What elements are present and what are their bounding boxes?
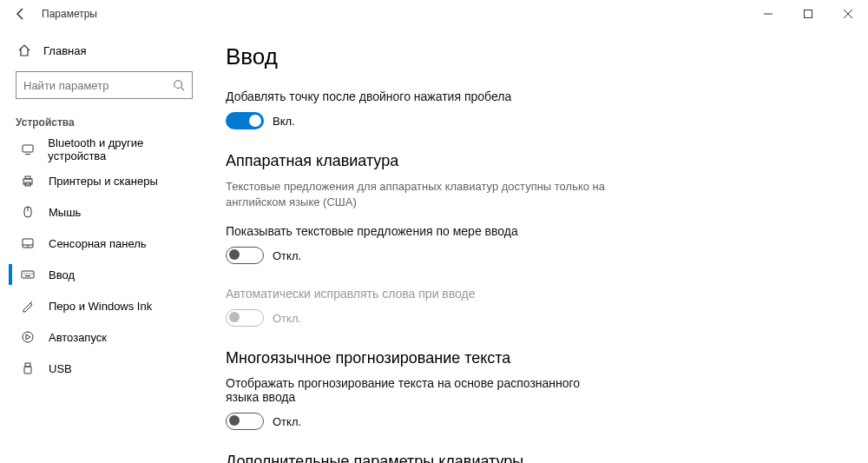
nav-printers[interactable]: Принтеры и сканеры (9, 165, 200, 196)
nav-autoplay[interactable]: Автозапуск (9, 321, 200, 353)
nav-label: Bluetooth и другие устройства (36, 136, 200, 162)
titlebar: Параметры (0, 0, 868, 28)
svg-rect-5 (25, 154, 30, 155)
home-link[interactable]: Главная (9, 35, 200, 66)
svg-point-18 (31, 273, 32, 274)
svg-rect-21 (25, 363, 30, 367)
search-input[interactable] (23, 79, 173, 92)
nav-typing[interactable]: Ввод (9, 259, 200, 290)
nav-label: Принтеры и сканеры (36, 175, 158, 188)
nav-label: Перо и Windows Ink (36, 300, 152, 313)
nav-label: USB (36, 362, 72, 375)
nav-label: Сенсорная панель (36, 237, 147, 250)
svg-point-15 (23, 273, 24, 274)
toggle-period-after-space[interactable] (226, 112, 264, 129)
bluetooth-icon (19, 142, 36, 156)
home-label: Главная (33, 44, 86, 57)
nav-label: Мышь (36, 206, 81, 219)
home-icon (16, 43, 33, 57)
search-icon (173, 79, 185, 91)
multilingual-heading: Многоязычное прогнозирование текста (226, 349, 868, 367)
toggle-state-label: Вкл. (264, 115, 295, 128)
nav-bluetooth[interactable]: Bluetooth и другие устройства (9, 134, 200, 165)
toggle-show-suggestions[interactable] (226, 247, 264, 264)
setting-period-desc: Добавлять точку после двойного нажатия п… (226, 89, 868, 103)
setting-suggestions-desc: Показывать текстовые предложения по мере… (226, 224, 868, 238)
usb-icon (19, 361, 36, 375)
nav-usb[interactable]: USB (9, 353, 200, 384)
svg-point-16 (26, 273, 27, 274)
mouse-icon (19, 205, 36, 219)
nav-label: Автозапуск (36, 331, 107, 344)
svg-rect-22 (24, 367, 31, 374)
toggle-state-label: Откл. (264, 415, 301, 428)
maximize-button[interactable] (788, 0, 828, 28)
window-controls (748, 0, 868, 28)
svg-point-2 (174, 81, 182, 89)
main-content: Ввод Добавлять точку после двойного нажа… (208, 28, 868, 463)
minimize-button[interactable] (748, 0, 788, 28)
svg-point-17 (29, 273, 30, 274)
hw-keyboard-heading: Аппаратная клавиатура (226, 152, 868, 170)
svg-rect-19 (25, 275, 30, 276)
svg-rect-14 (22, 271, 34, 278)
setting-autocorrect-desc: Автоматически исправлять слова при вводе (226, 287, 868, 301)
keyboard-icon (19, 268, 36, 281)
nav-touchpad[interactable]: Сенсорная панель (9, 228, 200, 259)
svg-line-3 (181, 88, 185, 91)
toggle-multilingual-prediction[interactable] (226, 413, 264, 430)
nav-list: Bluetooth и другие устройства Принтеры и… (9, 134, 200, 384)
close-button[interactable] (828, 0, 868, 28)
svg-rect-4 (23, 145, 33, 152)
advanced-heading: Дополнительные параметры клавиатуры (226, 453, 868, 463)
search-box[interactable] (16, 71, 193, 99)
svg-rect-1 (805, 10, 812, 18)
sidebar: Главная Устройства Bluetooth и другие ус… (0, 28, 208, 463)
pen-icon (19, 299, 36, 313)
back-button[interactable] (3, 0, 38, 28)
svg-point-20 (23, 332, 33, 342)
category-label: Устройства (16, 116, 193, 129)
toggle-state-label: Откл. (264, 249, 301, 262)
page-heading: Ввод (226, 43, 868, 70)
printer-icon (19, 174, 36, 188)
nav-mouse[interactable]: Мышь (9, 196, 200, 228)
nav-label: Ввод (36, 268, 75, 281)
autoplay-icon (19, 330, 36, 344)
toggle-autocorrect (226, 309, 264, 327)
touchpad-icon (19, 236, 36, 250)
toggle-state-label: Откл. (264, 312, 301, 325)
setting-multilingual-desc: Отображать прогнозирование текста на осн… (226, 376, 590, 404)
window-title: Параметры (38, 8, 97, 20)
hw-keyboard-note: Текстовые предложения для аппаратных кла… (226, 179, 608, 210)
nav-pen[interactable]: Перо и Windows Ink (9, 290, 200, 321)
svg-rect-7 (25, 176, 30, 179)
